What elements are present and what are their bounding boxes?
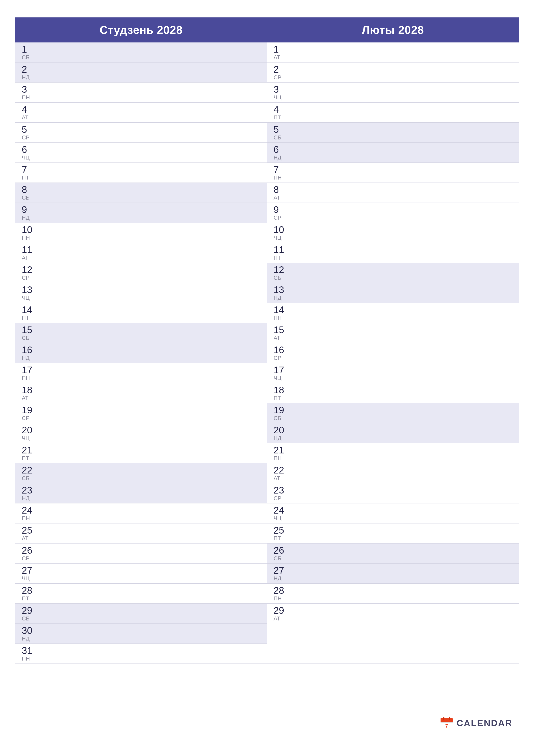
day-number: 4	[22, 105, 37, 114]
day-info: 11АТ	[22, 245, 37, 260]
day-name: АТ	[274, 335, 289, 341]
day-info: 2НД	[22, 65, 37, 80]
day-info: 1СБ	[22, 44, 37, 60]
day-number: 18	[274, 385, 289, 395]
day-number: 24	[274, 505, 289, 515]
day-info: 10ЧЦ	[274, 225, 289, 240]
day-number: 19	[22, 405, 37, 415]
day-number: 3	[274, 85, 289, 94]
day-info: 9СР	[274, 205, 289, 221]
day-name: ПН	[22, 94, 37, 100]
day-row: 6ЧЦ	[15, 143, 267, 163]
day-number: 30	[22, 626, 37, 635]
day-number: 12	[22, 265, 37, 275]
day-info: 7ПН	[274, 165, 289, 180]
day-name: СР	[22, 555, 37, 561]
day-name: ПН	[274, 596, 289, 601]
day-name: АТ	[274, 55, 289, 60]
day-row: 13ЧЦ	[15, 283, 267, 303]
day-number: 25	[22, 526, 37, 535]
day-row: 8АТ	[267, 183, 519, 203]
day-row: 18ПТ	[267, 383, 519, 403]
day-info: 25ПТ	[274, 526, 289, 541]
day-name: НД	[22, 636, 37, 641]
day-name: ПТ	[22, 315, 37, 321]
day-name: НД	[22, 215, 37, 221]
day-info: 27ЧЦ	[22, 566, 37, 581]
day-name: ПТ	[274, 395, 289, 401]
day-row: 1АТ	[267, 42, 519, 63]
day-info: 15АТ	[274, 325, 289, 341]
day-number: 31	[22, 646, 37, 655]
day-row: 3ПН	[15, 83, 267, 103]
day-row: 7ПТ	[15, 163, 267, 183]
day-info: 8АТ	[274, 185, 289, 201]
day-info: 26СБ	[274, 546, 289, 561]
day-row: 29АТ	[267, 604, 519, 623]
day-info: 14ПТ	[22, 305, 37, 321]
day-name: ПН	[22, 656, 37, 662]
day-row: 7ПН	[267, 163, 519, 183]
logo-text: CALENDAR	[456, 718, 513, 728]
day-row: 22АТ	[267, 463, 519, 483]
day-info: 28ПН	[274, 586, 289, 601]
day-info: 18АТ	[22, 385, 37, 401]
calendar-body: 1СБ2НД3ПН4АТ5СР6ЧЦ7ПТ8СБ9НД10ПН11АТ12СР1…	[15, 42, 519, 663]
day-row: 20ЧЦ	[15, 423, 267, 443]
month-column-february: 1АТ2СР3ЧЦ4ПТ5СБ6НД7ПН8АТ9СР10ЧЦ11ПТ12СБ1…	[267, 42, 519, 663]
calendar-header: Студзень 2028 Люты 2028	[15, 17, 519, 42]
day-name: ЧЦ	[22, 435, 37, 441]
day-info: 18ПТ	[274, 385, 289, 401]
day-row: 25ПТ	[267, 524, 519, 544]
day-row: 3ЧЦ	[267, 83, 519, 103]
day-name: СБ	[274, 415, 289, 421]
day-name: АТ	[274, 475, 289, 481]
day-number: 3	[22, 85, 37, 94]
day-info: 9НД	[22, 205, 37, 221]
day-row: 10ЧЦ	[267, 223, 519, 243]
day-info: 6ЧЦ	[22, 145, 37, 160]
day-row: 29СБ	[15, 604, 267, 624]
svg-text:7: 7	[445, 723, 448, 729]
day-number: 11	[274, 245, 289, 255]
day-row: 5СБ	[267, 122, 519, 143]
day-name: СР	[274, 74, 289, 80]
day-info: 20НД	[274, 425, 289, 441]
day-info: 28ПТ	[22, 586, 37, 601]
day-row: 17ЧЦ	[267, 363, 519, 383]
day-number: 28	[274, 586, 289, 595]
day-number: 5	[22, 125, 37, 134]
day-number: 5	[274, 125, 289, 134]
day-name: ЧЦ	[274, 94, 289, 100]
day-info: 1АТ	[274, 44, 289, 60]
day-row: 27ЧЦ	[15, 564, 267, 583]
day-name: СБ	[22, 195, 37, 201]
day-row: 4АТ	[15, 103, 267, 122]
day-name: СБ	[274, 555, 289, 561]
day-info: 29СБ	[22, 606, 37, 621]
day-name: ЧЦ	[22, 576, 37, 581]
day-name: АТ	[22, 115, 37, 120]
day-name: СР	[22, 415, 37, 421]
day-name: СР	[274, 215, 289, 221]
day-number: 20	[274, 425, 289, 435]
day-row: 2НД	[15, 63, 267, 83]
day-number: 18	[22, 385, 37, 395]
day-number: 23	[274, 486, 289, 495]
day-row: 25АТ	[15, 524, 267, 544]
day-row: 15СБ	[15, 323, 267, 343]
day-number: 2	[274, 65, 289, 74]
day-name: ЧЦ	[274, 375, 289, 381]
day-row: 11АТ	[15, 243, 267, 263]
day-name: ЧЦ	[22, 295, 37, 301]
day-info: 16НД	[22, 345, 37, 361]
svg-rect-4	[441, 718, 453, 722]
day-number: 21	[274, 446, 289, 455]
day-info: 30НД	[22, 626, 37, 641]
day-name: ПН	[274, 315, 289, 321]
day-name: СР	[22, 135, 37, 140]
day-name: НД	[274, 295, 289, 301]
day-number: 26	[22, 546, 37, 555]
day-row: 23СР	[267, 483, 519, 503]
day-name: ПН	[274, 175, 289, 180]
